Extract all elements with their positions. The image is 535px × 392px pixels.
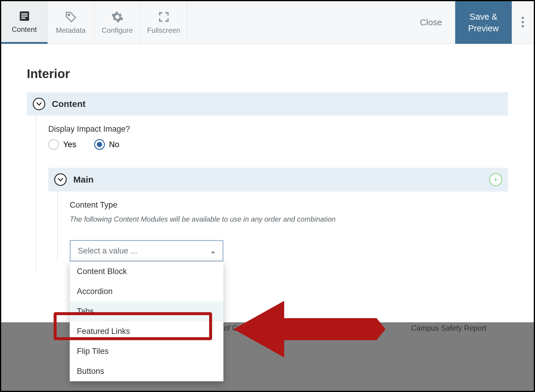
svg-point-6 <box>522 21 524 23</box>
tab-label: Content <box>12 25 37 34</box>
svg-point-5 <box>522 17 524 19</box>
fullscreen-icon <box>158 11 170 23</box>
radio-label: No <box>109 140 119 149</box>
section-content[interactable]: Content <box>27 92 508 116</box>
section-main[interactable]: Main + <box>48 168 508 192</box>
display-impact-radiogroup: Yes No <box>48 139 508 150</box>
svg-rect-3 <box>21 18 25 19</box>
radio-yes[interactable]: Yes <box>48 139 76 150</box>
display-impact-label: Display Impact Image? <box>48 125 508 134</box>
select-option-buttons[interactable]: Buttons <box>70 361 223 381</box>
select-placeholder: Select a value ... <box>78 246 137 256</box>
section-title: Main <box>73 175 94 185</box>
radio-dot <box>94 139 105 150</box>
page-title: Interior <box>27 67 508 81</box>
select-option-flip-tiles[interactable]: Flip Tiles <box>70 341 223 361</box>
radio-no[interactable]: No <box>94 139 119 150</box>
tab-label: Configure <box>102 26 133 35</box>
tab-label: Fullscreen <box>147 26 180 35</box>
svg-point-4 <box>68 14 70 16</box>
editor-toolbar: Content Metadata Configure Fullscreen Cl… <box>1 1 534 44</box>
select-option-accordion[interactable]: Accordion <box>70 281 223 301</box>
save-line2: Preview <box>468 24 499 33</box>
tab-configure[interactable]: Configure <box>94 1 141 44</box>
radio-label: Yes <box>63 140 76 149</box>
more-menu-button[interactable] <box>512 1 534 44</box>
tab-metadata[interactable]: Metadata <box>48 1 94 44</box>
content-icon <box>18 10 31 22</box>
tab-fullscreen[interactable]: Fullscreen <box>141 1 187 44</box>
save-line1: Save & <box>469 12 497 22</box>
footer-link-safety[interactable]: Campus Safety Report <box>411 324 486 332</box>
gear-icon <box>111 11 124 23</box>
plus-icon: + <box>493 175 498 184</box>
tag-icon <box>65 11 77 23</box>
content-type-hint: The following Content Modules will be av… <box>70 215 508 223</box>
content-type-options: Content BlockAccordionTabsFeatured Links… <box>70 262 223 381</box>
kebab-icon <box>522 17 524 29</box>
save-preview-button[interactable]: Save & Preview <box>455 1 512 44</box>
select-option-tabs[interactable]: Tabs <box>70 301 223 321</box>
content-type-select[interactable]: Select a value ... <box>70 240 223 262</box>
svg-rect-1 <box>21 13 27 15</box>
tab-label: Metadata <box>56 26 85 35</box>
section-title: Content <box>52 99 85 109</box>
tab-content[interactable]: Content <box>1 1 48 44</box>
content-type-label: Content Type <box>70 200 508 210</box>
select-option-featured-links[interactable]: Featured Links <box>70 321 223 341</box>
close-button[interactable]: Close <box>407 1 455 44</box>
svg-rect-2 <box>21 15 27 17</box>
select-option-content-block[interactable]: Content Block <box>70 262 223 281</box>
radio-dot <box>48 139 59 150</box>
collapse-icon[interactable] <box>54 173 67 186</box>
svg-point-7 <box>522 25 524 27</box>
add-main-button[interactable]: + <box>489 173 502 186</box>
caret-up-icon <box>211 246 215 256</box>
collapse-icon[interactable] <box>33 98 45 110</box>
